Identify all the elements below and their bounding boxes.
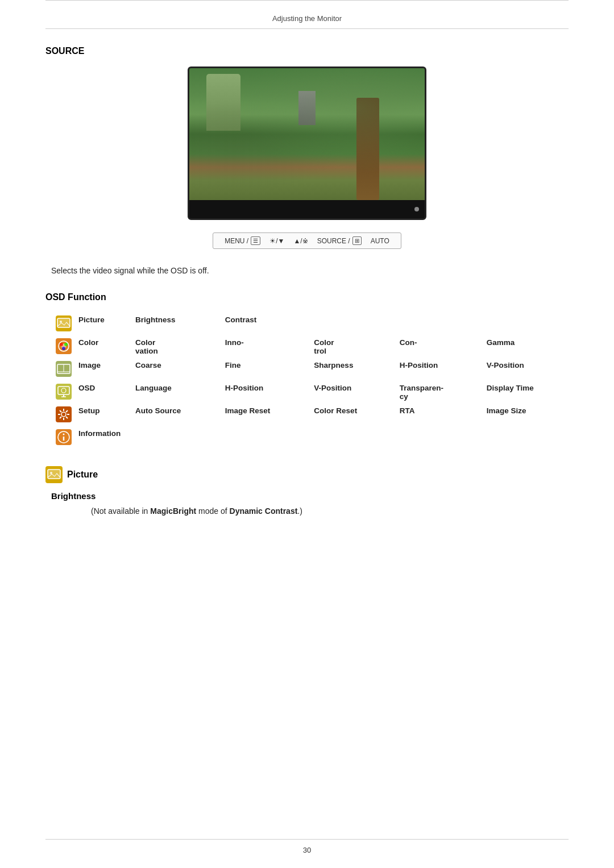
- monitor-pagoda-decoration: [298, 91, 316, 125]
- osd-table: Picture Brightness Contrast: [51, 313, 574, 449]
- icon-cell: [51, 381, 74, 404]
- table-row: OSD Language H-Position V-Position Trans…: [51, 381, 574, 404]
- svg-point-6: [64, 343, 68, 346]
- table-row: Color Colorvation Inno- Colortrol Con- G…: [51, 335, 574, 358]
- source-title: SOURCE: [45, 46, 569, 56]
- picture-icon: [56, 315, 72, 331]
- svg-rect-27: [48, 470, 60, 479]
- monitor-image-wrapper: [45, 67, 569, 220]
- item-color-trol: Colortrol: [309, 335, 395, 358]
- item-image-reset: Image Reset: [221, 404, 310, 426]
- item-image-size: Image Size: [482, 404, 574, 426]
- picture-heading-icon-svg: [47, 467, 61, 482]
- item-h-position-osd: H-Position: [221, 381, 310, 404]
- category-image: Image: [74, 358, 131, 381]
- table-row: Picture Brightness Contrast: [51, 313, 574, 335]
- page-number: 30: [0, 846, 614, 854]
- menu-label: MENU /: [225, 237, 248, 245]
- svg-point-12: [61, 388, 66, 393]
- item-language: Language: [131, 381, 221, 404]
- osd-section-title: OSD Function: [45, 292, 569, 302]
- up-control: ▲/※: [293, 237, 308, 245]
- item-gamma: Gamma: [482, 335, 574, 358]
- svg-point-2: [60, 321, 62, 323]
- item-brightness: Brightness: [131, 313, 221, 335]
- picture-section-title: Picture: [67, 470, 98, 480]
- svg-point-7: [62, 347, 65, 350]
- icon-cell: [51, 426, 74, 449]
- picture-heading: Picture: [45, 466, 569, 483]
- osd-section: OSD Function: [45, 292, 569, 449]
- page-header: Adjusting the Monitor: [45, 4, 569, 28]
- monitor-power-dot: [414, 207, 419, 211]
- information-icon: [56, 429, 72, 445]
- source-label: SOURCE /: [317, 237, 350, 245]
- image-icon-svg: [56, 362, 71, 376]
- brightness-desc-suffix: .): [297, 506, 302, 516]
- category-osd: OSD: [74, 381, 131, 404]
- source-description: Selects the video signal while the OSD i…: [51, 266, 569, 275]
- item-contrast: Contrast: [221, 313, 310, 335]
- top-rule: [45, 0, 569, 1]
- item-color-vation: Colorvation: [131, 335, 221, 358]
- svg-point-29: [50, 472, 52, 474]
- svg-line-23: [60, 417, 61, 418]
- color-icon: [56, 338, 72, 354]
- auto-label: AUTO: [371, 237, 389, 245]
- picture-icon-svg: [56, 316, 71, 331]
- svg-rect-11: [58, 387, 69, 394]
- svg-line-22: [66, 410, 68, 412]
- section-rule: [45, 28, 569, 29]
- source-control: SOURCE / ⊞: [317, 236, 362, 245]
- item-color-reset: Color Reset: [309, 404, 395, 426]
- svg-rect-0: [57, 318, 70, 327]
- item-inno: Inno-: [221, 335, 310, 358]
- item-rta: RTA: [395, 404, 482, 426]
- bottom-rule: [45, 839, 569, 840]
- table-row: Image Coarse Fine Sharpness H-Position V…: [51, 358, 574, 381]
- brightness-desc-middle: mode of: [196, 506, 229, 516]
- icon-cell: [51, 335, 74, 358]
- brightness-icon: ☀/▼: [269, 237, 284, 245]
- item-v-position-image: V-Position: [482, 358, 574, 381]
- color-icon-svg: [56, 339, 71, 354]
- svg-line-20: [60, 410, 61, 412]
- item-v-position-osd: V-Position: [309, 381, 395, 404]
- item-sharpness: Sharpness: [309, 358, 395, 381]
- category-setup: Setup: [74, 404, 131, 426]
- page-container: Adjusting the Monitor SOURCE MENU / ☰: [0, 0, 614, 868]
- svg-point-15: [61, 412, 66, 417]
- setup-icon-svg: [56, 407, 71, 422]
- brightness-description: (Not available in MagicBright mode of Dy…: [91, 506, 569, 516]
- monitor-tree-decoration: [356, 98, 379, 200]
- picture-section-icon: [45, 466, 63, 483]
- icon-cell: [51, 313, 74, 335]
- monitor-bottom-bar: [189, 200, 425, 218]
- category-color: Color: [74, 335, 131, 358]
- brightness-heading: Brightness: [51, 491, 569, 501]
- information-icon-svg: [56, 430, 71, 445]
- dynamic-contrast-label: Dynamic Contrast: [230, 506, 298, 516]
- table-row: Information: [51, 426, 574, 449]
- magicbright-label: MagicBright: [150, 506, 196, 516]
- monitor-image: [188, 67, 426, 220]
- item-h-position-image: H-Position: [395, 358, 482, 381]
- brightness-control: ☀/▼: [269, 237, 284, 245]
- up-sun-icon: ▲/※: [293, 237, 308, 245]
- category-information: Information: [74, 426, 131, 449]
- source-section: SOURCE MENU / ☰ ☀/▼: [45, 46, 569, 275]
- item-transparency: Transparen-cy: [395, 381, 482, 404]
- svg-point-5: [60, 343, 63, 346]
- btn-boxes-icon: ☰: [251, 236, 260, 245]
- controls-bar: MENU / ☰ ☀/▼ ▲/※ SOURCE / ⊞ AUTO: [213, 232, 401, 249]
- osd-icon: [56, 384, 72, 400]
- monitor-screen: [189, 68, 425, 200]
- picture-section: Picture Brightness (Not available in Mag…: [45, 466, 569, 516]
- icon-cell: [51, 404, 74, 426]
- table-row: Setup Auto Source Image Reset Color Rese…: [51, 404, 574, 426]
- item-fine: Fine: [221, 358, 310, 381]
- auto-control: AUTO: [371, 237, 389, 245]
- menu-control: MENU / ☰: [225, 236, 260, 245]
- svg-line-21: [66, 417, 68, 418]
- item-auto-source: Auto Source: [131, 404, 221, 426]
